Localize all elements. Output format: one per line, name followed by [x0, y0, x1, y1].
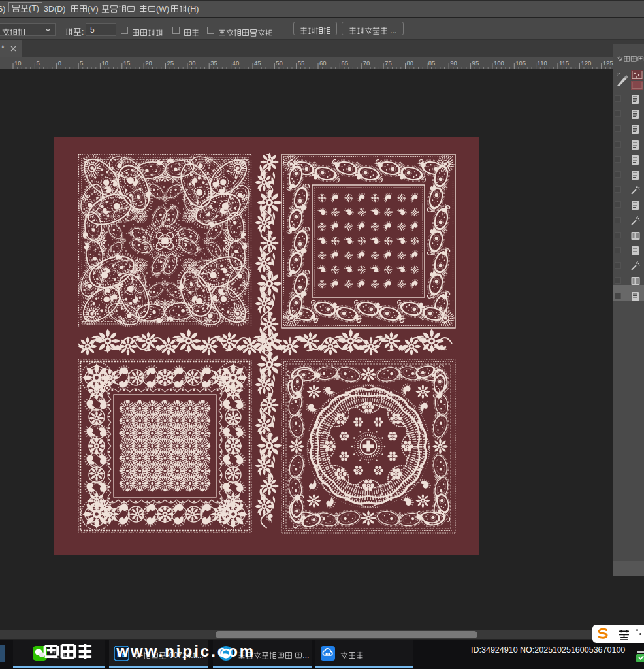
- svg-text:110: 110: [538, 59, 547, 67]
- svg-text:20: 20: [145, 59, 152, 67]
- svg-text:105: 105: [515, 59, 526, 67]
- svg-text:35: 35: [210, 59, 217, 67]
- svg-text:55: 55: [298, 59, 305, 67]
- svg-text:60: 60: [319, 59, 327, 67]
- svg-text:70: 70: [363, 59, 370, 67]
- svg-text:30: 30: [189, 59, 196, 67]
- svg-text:10: 10: [101, 59, 108, 67]
- svg-text:85: 85: [428, 59, 436, 67]
- svg-text:80: 80: [407, 59, 414, 67]
- svg-text:125: 125: [603, 59, 613, 67]
- svg-text:90: 90: [450, 59, 457, 67]
- svg-text:40: 40: [233, 59, 240, 67]
- svg-text:50: 50: [276, 59, 283, 67]
- svg-text:65: 65: [341, 59, 348, 67]
- svg-text:15: 15: [123, 59, 131, 67]
- svg-text:95: 95: [472, 59, 479, 67]
- svg-text:120: 120: [581, 59, 591, 67]
- svg-text:100: 100: [494, 59, 504, 67]
- svg-text:115: 115: [559, 59, 569, 67]
- svg-text:0: 0: [58, 59, 61, 67]
- svg-text:25: 25: [167, 59, 174, 67]
- svg-text:5: 5: [80, 59, 83, 67]
- svg-text:10: 10: [14, 59, 22, 67]
- svg-text:45: 45: [254, 59, 261, 67]
- svg-text:75: 75: [385, 59, 392, 67]
- svg-text:5: 5: [36, 59, 39, 67]
